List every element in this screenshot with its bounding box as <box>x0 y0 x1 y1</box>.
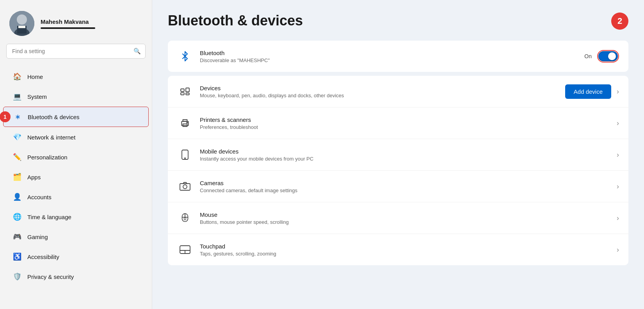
user-profile[interactable]: Mahesh Makvana <box>0 0 152 44</box>
sidebar-item-privacy[interactable]: 🛡️ Privacy & security <box>3 267 149 286</box>
sidebar-item-label: Network & internet <box>27 134 75 141</box>
bluetooth-subtitle: Discoverable as "MAHESHPC" <box>200 57 577 63</box>
svg-point-14 <box>185 158 185 159</box>
printers-subtitle: Preferences, troubleshoot <box>200 124 610 130</box>
mouse-text: Mouse Buttons, mouse pointer speed, scro… <box>200 211 610 225</box>
bluetooth-icon: ∗ <box>13 112 22 121</box>
sidebar-item-apps[interactable]: 🗂️ Apps <box>3 167 149 187</box>
sidebar-item-bluetooth[interactable]: 1 ∗ Bluetooth & devices <box>3 107 149 127</box>
svg-point-16 <box>183 185 187 189</box>
sidebar-item-label: Apps <box>27 174 41 180</box>
printers-action: › <box>617 119 619 127</box>
mouse-chevron: › <box>617 214 619 222</box>
sidebar-item-label: System <box>27 93 47 100</box>
cameras-chevron: › <box>617 182 619 191</box>
personalization-icon: ✏️ <box>12 152 22 162</box>
add-device-button[interactable]: Add device <box>565 84 611 99</box>
badge-2: 2 <box>611 13 628 30</box>
row-printers[interactable]: Printers & scanners Preferences, trouble… <box>168 107 628 139</box>
sidebar-item-label: Home <box>27 73 43 80</box>
row-touchpad[interactable]: Touchpad Taps, gestures, scrolling, zoom… <box>168 234 628 265</box>
sidebar-item-network[interactable]: 💎 Network & internet <box>3 127 149 147</box>
toggle-thumb <box>608 52 616 60</box>
system-icon: 💻 <box>12 92 22 101</box>
user-bar <box>41 27 95 29</box>
printers-chevron: › <box>617 119 619 127</box>
bluetooth-text: Bluetooth Discoverable as "MAHESHPC" <box>200 50 577 63</box>
mobile-title: Mobile devices <box>200 148 610 155</box>
sidebar-item-home[interactable]: 🏠 Home <box>3 67 149 86</box>
touchpad-title: Touchpad <box>200 243 610 250</box>
bluetooth-action: On <box>584 50 619 63</box>
network-icon: 💎 <box>12 132 22 142</box>
sidebar-item-accounts[interactable]: 👤 Accounts <box>3 187 149 207</box>
touchpad-subtitle: Taps, gestures, scrolling, zooming <box>200 251 610 257</box>
sidebar-item-label: Time & language <box>27 214 71 220</box>
svg-rect-8 <box>186 93 189 95</box>
printers-title: Printers & scanners <box>200 116 610 123</box>
apps-icon: 🗂️ <box>12 172 22 182</box>
row-cameras[interactable]: Cameras Connected cameras, default image… <box>168 171 628 202</box>
bluetooth-row[interactable]: Bluetooth Discoverable as "MAHESHPC" On <box>168 41 628 72</box>
mouse-icon <box>177 210 193 226</box>
toggle-highlight <box>597 50 619 63</box>
svg-rect-11 <box>183 124 187 127</box>
search-input[interactable] <box>6 44 146 59</box>
printers-text: Printers & scanners Preferences, trouble… <box>200 116 610 130</box>
svg-rect-10 <box>183 120 187 121</box>
page-header: Bluetooth & devices 2 <box>168 13 628 30</box>
search-box[interactable]: 🔍 <box>6 44 146 59</box>
bluetooth-toggle-label: On <box>584 53 592 59</box>
touchpad-chevron: › <box>617 246 619 254</box>
row-mouse[interactable]: Mouse Buttons, mouse pointer speed, scro… <box>168 202 628 234</box>
privacy-icon: 🛡️ <box>12 272 22 281</box>
printers-icon <box>177 115 193 131</box>
search-icon: 🔍 <box>133 48 141 55</box>
mouse-title: Mouse <box>200 211 610 218</box>
bluetooth-card: Bluetooth Discoverable as "MAHESHPC" On <box>168 41 628 72</box>
user-name: Mahesh Makvana <box>41 18 95 25</box>
cameras-icon <box>177 179 193 194</box>
sidebar-item-label: Privacy & security <box>27 273 74 280</box>
accounts-icon: 👤 <box>12 192 22 202</box>
mobile-chevron: › <box>617 151 619 159</box>
svg-point-20 <box>184 218 186 220</box>
accessibility-icon: ♿ <box>12 252 22 261</box>
main-content: Bluetooth & devices 2 Bluetooth Discover… <box>152 0 644 309</box>
mouse-subtitle: Buttons, mouse pointer speed, scrolling <box>200 219 610 225</box>
cameras-subtitle: Connected cameras, default image setting… <box>200 188 610 193</box>
sidebar-item-gaming[interactable]: 🎮 Gaming <box>3 227 149 246</box>
svg-rect-6 <box>186 88 189 92</box>
devices-text: Devices Mouse, keyboard, pen, audio, dis… <box>200 85 558 98</box>
row-devices[interactable]: Devices Mouse, keyboard, pen, audio, dis… <box>168 76 628 107</box>
touchpad-action: › <box>617 246 619 254</box>
devices-chevron: › <box>617 88 619 96</box>
svg-rect-7 <box>181 93 184 95</box>
home-icon: 🏠 <box>12 72 22 81</box>
mobile-icon <box>177 147 193 163</box>
sidebar-item-time[interactable]: 🌐 Time & language <box>3 207 149 227</box>
sidebar-item-system[interactable]: 💻 System <box>3 87 149 106</box>
sidebar-item-label: Bluetooth & devices <box>28 114 80 120</box>
cameras-action: › <box>617 182 619 191</box>
mobile-text: Mobile devices Instantly access your mob… <box>200 148 610 162</box>
bluetooth-title: Bluetooth <box>200 50 577 56</box>
devices-title: Devices <box>200 85 558 91</box>
touchpad-icon <box>177 242 193 257</box>
sidebar-item-label: Accounts <box>27 194 52 200</box>
sidebar-item-personalization[interactable]: ✏️ Personalization <box>3 147 149 167</box>
sidebar-item-label: Personalization <box>27 154 68 161</box>
cameras-text: Cameras Connected cameras, default image… <box>200 180 610 193</box>
touchpad-text: Touchpad Taps, gestures, scrolling, zoom… <box>200 243 610 257</box>
sidebar-item-accessibility[interactable]: ♿ Accessibility <box>3 247 149 266</box>
svg-rect-5 <box>181 89 184 92</box>
devices-icon <box>177 84 193 99</box>
cameras-title: Cameras <box>200 180 610 186</box>
mobile-subtitle: Instantly access your mobile devices fro… <box>200 156 610 162</box>
user-info: Mahesh Makvana <box>41 18 95 29</box>
bluetooth-toggle[interactable] <box>598 51 618 61</box>
devices-subtitle: Mouse, keyboard, pen, audio, displays an… <box>200 93 558 98</box>
nav-list: 🏠 Home 💻 System 1 ∗ Bluetooth & devices … <box>0 65 152 309</box>
settings-card: Devices Mouse, keyboard, pen, audio, dis… <box>168 76 628 265</box>
row-mobile[interactable]: Mobile devices Instantly access your mob… <box>168 139 628 171</box>
